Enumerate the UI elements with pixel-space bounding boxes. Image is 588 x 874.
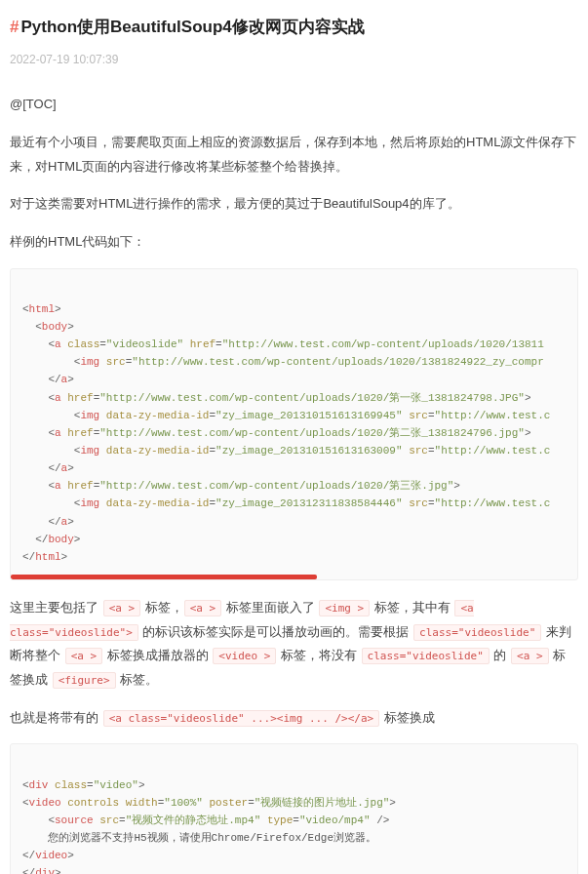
intro-para-3: 样例的HTML代码如下： [10, 230, 578, 255]
toc-marker: @[TOC] [10, 93, 578, 117]
code-sample-html[interactable]: <html> <body> <a class="videoslide" href… [10, 268, 578, 580]
hash-mark: # [10, 18, 19, 36]
timestamp: 2022-07-19 10:07:39 [10, 50, 578, 69]
inline-code: <figure> [53, 672, 116, 689]
inline-code: class="videoslide" [362, 648, 490, 664]
inline-code: <a class="videoslide" ...><img ... /></a… [103, 710, 380, 727]
title-text: Python使用BeautifulSoup4修改网页内容实战 [20, 18, 364, 36]
intro-para-1: 最近有个小项目，需要爬取页面上相应的资源数据后，保存到本地，然后将原始的HTML… [10, 131, 578, 179]
page-title: #Python使用BeautifulSoup4修改网页内容实战 [10, 14, 578, 42]
code-video-template[interactable]: <div class="video"> <video controls widt… [10, 743, 578, 874]
inline-code: <a > [103, 600, 141, 616]
explain-para-2: 也就是将带有的 <a class="videoslide" ...><img .… [10, 706, 578, 731]
inline-code: <a > [184, 600, 222, 616]
inline-code: <video > [213, 648, 276, 664]
inline-code: <a > [511, 648, 549, 664]
inline-code: class="videoslide" [413, 624, 541, 641]
intro-para-2: 对于这类需要对HTML进行操作的需求，最方便的莫过于BeautifulSoup4… [10, 192, 578, 217]
explain-para-1: 这里主要包括了 <a > 标签，<a > 标签里面嵌入了 <img > 标签，其… [10, 596, 578, 693]
inline-code: <a > [65, 648, 103, 664]
horizontal-scrollbar[interactable] [11, 575, 317, 579]
inline-code: <img > [319, 600, 370, 616]
